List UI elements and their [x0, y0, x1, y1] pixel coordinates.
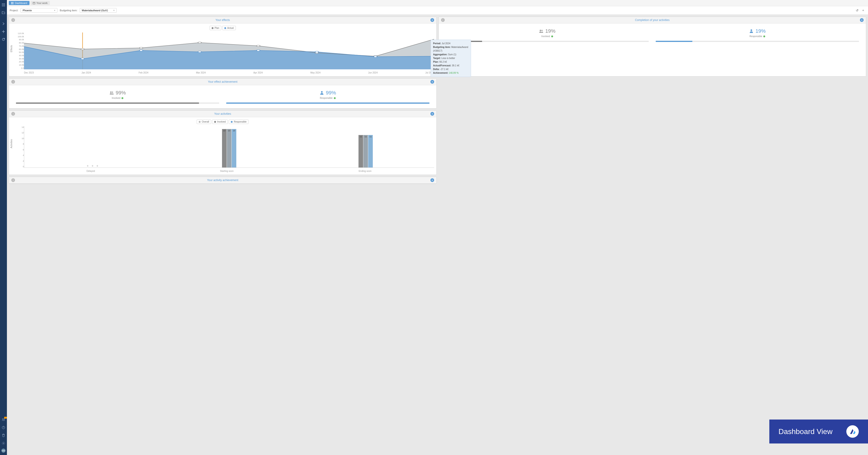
close-icon[interactable]: ✕	[430, 80, 434, 84]
legend-responsible[interactable]: Responsible	[229, 120, 249, 124]
bar: 11	[363, 135, 368, 167]
tab-dashboard[interactable]: Dashboard	[9, 1, 30, 5]
bar: 11	[359, 135, 363, 167]
person-icon	[319, 91, 324, 95]
undo-icon[interactable]: ↺	[855, 8, 859, 12]
help-icon[interactable]	[1, 425, 6, 430]
group-icon	[539, 29, 544, 33]
svg-point-12	[3, 428, 4, 429]
info-icon[interactable]: i	[11, 18, 15, 22]
svg-point-22	[198, 42, 202, 43]
progress-bar	[226, 102, 430, 104]
progress-fill	[656, 41, 692, 42]
progress-bar	[446, 41, 649, 42]
legend-actual[interactable]: Actual	[222, 26, 236, 30]
team-icon[interactable]	[1, 417, 6, 422]
svg-rect-14	[11, 2, 12, 3]
svg-point-1	[3, 3, 4, 4]
svg-point-4	[3, 5, 4, 5]
chevron-right-icon[interactable]	[1, 21, 6, 26]
panel-title: Your activities	[15, 112, 430, 116]
svg-point-27	[140, 50, 143, 51]
stat-value: 99%	[116, 90, 126, 96]
close-icon[interactable]: ✕	[860, 18, 864, 22]
banner-text: Dashboard View	[779, 427, 833, 436]
svg-point-36	[110, 92, 112, 93]
sidebar: NW	[0, 0, 7, 455]
panel-title: Your activity achievement	[15, 178, 430, 182]
svg-rect-18	[33, 2, 35, 4]
svg-point-6	[2, 6, 3, 6]
svg-point-7	[3, 6, 4, 6]
stat-responsible: 99% Responsible	[226, 90, 430, 104]
panel-title: Completion of your activities	[445, 19, 860, 22]
svg-point-31	[374, 56, 377, 57]
plot-area	[24, 32, 434, 69]
folder-icon[interactable]	[1, 10, 6, 15]
info-icon[interactable]: i	[11, 112, 15, 116]
stat-involved: 19% Involved	[446, 28, 649, 42]
chevron-down-icon: ▾	[54, 9, 55, 11]
stat-responsible: 19% Responsible	[656, 28, 859, 42]
svg-point-26	[81, 58, 84, 59]
legend-dot	[231, 121, 232, 123]
panel-completion: i Completion of your activities ✕ 19% In…	[438, 17, 866, 76]
close-icon[interactable]: ✕	[430, 112, 434, 116]
info-icon[interactable]: i	[441, 18, 445, 22]
status-dot	[122, 97, 123, 99]
stat-value: 19%	[545, 28, 555, 34]
add-icon[interactable]: ＋	[861, 8, 865, 12]
svg-point-2	[4, 3, 5, 4]
legend-overall[interactable]: Overall	[197, 120, 211, 124]
y-axis-label: Activities	[10, 139, 13, 148]
close-icon[interactable]: ✕	[430, 18, 434, 22]
legend-dot	[199, 121, 200, 123]
gear-icon[interactable]	[1, 441, 6, 446]
progress-fill	[226, 102, 430, 104]
bar: 13	[232, 129, 236, 167]
stat-value: 99%	[326, 90, 336, 96]
tab-label: Dashboard	[15, 2, 27, 4]
svg-point-8	[4, 6, 5, 6]
calendar-icon	[33, 2, 35, 4]
svg-point-21	[140, 47, 143, 48]
grid-icon	[11, 2, 13, 4]
project-select[interactable]: Phoenix ▾	[21, 8, 57, 13]
svg-point-5	[4, 5, 5, 5]
svg-point-28	[198, 51, 202, 53]
svg-point-3	[2, 5, 3, 5]
project-label: Project:	[10, 9, 18, 12]
tab-your-work[interactable]: Your work	[30, 1, 50, 5]
info-icon[interactable]: i	[11, 80, 15, 84]
panel-title: Your effect achievement	[15, 80, 430, 84]
svg-point-35	[751, 30, 752, 31]
legend-involved[interactable]: Involved	[212, 120, 228, 124]
svg-point-29	[257, 50, 260, 51]
refresh-icon[interactable]	[1, 37, 6, 42]
budget-label: Budgeting item:	[60, 9, 77, 12]
panel-your-activities: i Your activities ✕ Overall Involved Res…	[9, 110, 437, 175]
svg-point-38	[321, 91, 322, 93]
status-dot	[763, 35, 765, 37]
bar: 13	[227, 129, 231, 167]
info-icon[interactable]: i	[11, 178, 15, 182]
svg-point-10	[4, 419, 5, 420]
progress-bar	[656, 41, 859, 42]
legend-dot	[212, 27, 214, 29]
trash-icon[interactable]	[1, 433, 6, 438]
bar-group-starting: 13 13 13	[222, 129, 236, 167]
legend-plan[interactable]: Plan	[210, 26, 221, 30]
plus-icon[interactable]	[1, 29, 6, 34]
chart-tooltip: Period: Jul 2024 Budgeting item: Materia…	[431, 40, 471, 77]
svg-point-37	[112, 92, 113, 93]
close-icon[interactable]: ✕	[430, 178, 434, 182]
filter-bar: Project: Phoenix ▾ Budgeting item: Mater…	[7, 6, 868, 15]
brand-logo	[846, 425, 859, 438]
panel-title: Your effects	[15, 19, 430, 22]
avatar[interactable]: NW	[1, 449, 5, 453]
budget-select[interactable]: Materialaufwand (GuV) ▾	[80, 8, 117, 13]
apps-icon[interactable]	[1, 2, 6, 7]
select-value: Phoenix	[23, 9, 32, 12]
group-icon	[109, 91, 114, 95]
svg-point-20	[81, 48, 84, 50]
